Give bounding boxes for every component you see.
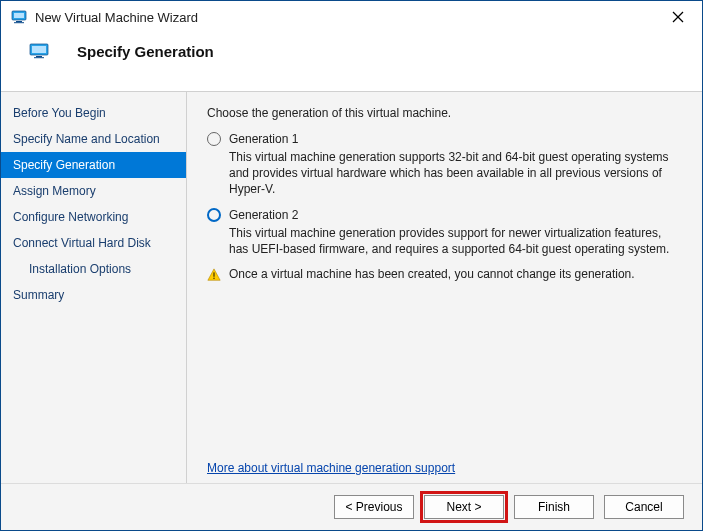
svg-rect-2 bbox=[16, 21, 22, 22]
svg-rect-3 bbox=[14, 22, 24, 23]
wizard-window: New Virtual Machine Wizard Specify Gener… bbox=[0, 0, 703, 531]
svg-rect-9 bbox=[34, 57, 44, 58]
option-generation-1: Generation 1 This virtual machine genera… bbox=[207, 132, 682, 198]
more-info-link[interactable]: More about virtual machine generation su… bbox=[207, 461, 682, 475]
option-label-gen2: Generation 2 bbox=[229, 208, 298, 222]
next-button[interactable]: Next > bbox=[424, 495, 504, 519]
sidebar-item-specify-generation[interactable]: Specify Generation bbox=[1, 152, 186, 178]
page-title: Specify Generation bbox=[77, 43, 214, 60]
previous-button[interactable]: < Previous bbox=[334, 495, 414, 519]
header-strip: Specify Generation bbox=[1, 33, 702, 92]
option-row-gen1[interactable]: Generation 1 bbox=[207, 132, 682, 146]
body-area: Before You Begin Specify Name and Locati… bbox=[1, 92, 702, 483]
sidebar-item-installation-options[interactable]: Installation Options bbox=[1, 256, 186, 282]
warning-row: Once a virtual machine has been created,… bbox=[207, 267, 682, 282]
svg-rect-7 bbox=[32, 46, 46, 53]
option-generation-2: Generation 2 This virtual machine genera… bbox=[207, 208, 682, 257]
option-row-gen2[interactable]: Generation 2 bbox=[207, 208, 682, 222]
prompt-text: Choose the generation of this virtual ma… bbox=[207, 106, 682, 120]
option-label-gen1: Generation 1 bbox=[229, 132, 298, 146]
sidebar-item-assign-memory[interactable]: Assign Memory bbox=[1, 178, 186, 204]
monitor-icon bbox=[29, 43, 49, 59]
svg-rect-8 bbox=[36, 56, 42, 57]
sidebar-item-summary[interactable]: Summary bbox=[1, 282, 186, 308]
svg-rect-11 bbox=[213, 272, 214, 276]
sidebar-item-connect-vhd[interactable]: Connect Virtual Hard Disk bbox=[1, 230, 186, 256]
warning-text: Once a virtual machine has been created,… bbox=[229, 267, 635, 281]
option-desc-gen2: This virtual machine generation provides… bbox=[229, 225, 682, 257]
close-button[interactable] bbox=[660, 3, 696, 31]
sidebar-item-configure-networking[interactable]: Configure Networking bbox=[1, 204, 186, 230]
option-desc-gen1: This virtual machine generation supports… bbox=[229, 149, 682, 198]
sidebar-item-specify-name[interactable]: Specify Name and Location bbox=[1, 126, 186, 152]
sidebar-item-before-you-begin[interactable]: Before You Begin bbox=[1, 100, 186, 126]
content-area: Choose the generation of this virtual ma… bbox=[187, 92, 702, 483]
finish-button[interactable]: Finish bbox=[514, 495, 594, 519]
radio-gen2[interactable] bbox=[207, 208, 221, 222]
svg-rect-1 bbox=[14, 13, 24, 18]
close-icon bbox=[672, 11, 684, 23]
radio-gen1[interactable] bbox=[207, 132, 221, 146]
title-bar: New Virtual Machine Wizard bbox=[1, 1, 702, 33]
sidebar: Before You Begin Specify Name and Locati… bbox=[1, 92, 187, 483]
window-title: New Virtual Machine Wizard bbox=[35, 10, 198, 25]
footer: < Previous Next > Finish Cancel bbox=[1, 483, 702, 530]
svg-rect-12 bbox=[213, 278, 214, 279]
app-icon bbox=[11, 9, 27, 25]
warning-icon bbox=[207, 268, 221, 282]
cancel-button[interactable]: Cancel bbox=[604, 495, 684, 519]
